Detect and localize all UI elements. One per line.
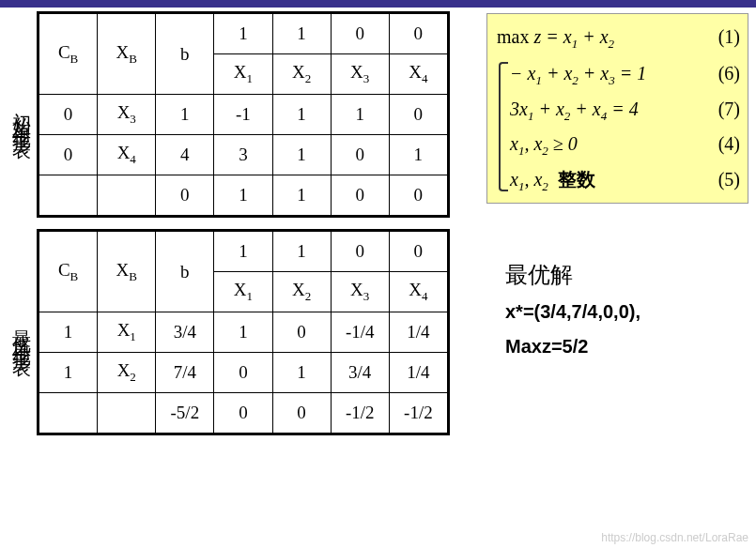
formula-number: (5) [718, 162, 740, 197]
cell: 3/4 [331, 353, 389, 393]
cell: 1/4 [389, 353, 448, 393]
cell: X2 [98, 353, 156, 393]
formula-text: x1, x2 整数 [510, 162, 595, 197]
table-row: CB XB b 1 1 0 0 [39, 231, 449, 272]
content: 初始单纯形表 CB XB b 1 1 0 0 X1 X2 X3 X4 [0, 8, 756, 450]
cell: X4 [389, 272, 448, 312]
initial-tableau: CB XB b 1 1 0 0 X1 X2 X3 X4 0 X3 1 [37, 11, 450, 218]
cell [39, 393, 98, 434]
cell: 0 [331, 231, 389, 272]
constraint-1: − x1 + x2 + x3 = 1 (6) [510, 56, 740, 91]
constraints-group: − x1 + x2 + x3 = 1 (6) 3x1 + x2 + x4 = 4… [497, 56, 740, 197]
cell [98, 175, 156, 217]
cell: 0 [389, 175, 448, 217]
cell: 7/4 [156, 353, 214, 393]
table-row: -5/2 0 0 -1/2 -1/2 [39, 393, 449, 434]
cell: -1 [214, 95, 272, 135]
cell: 1 [272, 231, 331, 272]
cb-header: CB [39, 13, 98, 95]
table-row: 0 1 1 0 0 [39, 175, 449, 217]
b-header: b [156, 231, 214, 312]
formula-number: (6) [718, 56, 740, 91]
b-header: b [156, 13, 214, 95]
cell: 0 [214, 353, 272, 393]
cell [98, 393, 156, 434]
cell: 1 [272, 353, 331, 393]
table-row: 1 X1 3/4 1 0 -1/4 1/4 [39, 312, 449, 353]
optimal-tableau-title: 最优单纯形表 [8, 229, 37, 435]
cell: X3 [331, 54, 389, 95]
formula-number: (1) [718, 20, 740, 54]
solution-z: Maxz=5/2 [505, 336, 748, 358]
solution-title: 最优解 [505, 260, 748, 290]
table-row: 0 X3 1 -1 1 1 0 [39, 95, 449, 135]
xb-header: XB [98, 231, 156, 312]
table-row: 1 X2 7/4 0 1 3/4 1/4 [39, 353, 449, 393]
cell: 0 [156, 175, 214, 217]
cell: 1 [214, 312, 272, 353]
cell: 0 [272, 312, 331, 353]
cell: -1/4 [331, 312, 389, 353]
cell: 0 [214, 393, 272, 434]
cell: 0 [389, 95, 448, 135]
constraint-2: 3x1 + x2 + x4 = 4 (7) [510, 92, 740, 127]
cell: 1 [214, 175, 272, 217]
solution-x: x*=(3/4,7/4,0,0), [505, 301, 748, 323]
watermark: https://blog.csdn.net/LoraRae [601, 531, 748, 544]
solution-block: 最优解 x*=(3/4,7/4,0,0), Maxz=5/2 [486, 260, 748, 358]
cell: 1 [272, 175, 331, 217]
cell: 0 [39, 95, 98, 135]
cell: 0 [331, 135, 389, 175]
cell: X4 [98, 135, 156, 175]
cb-header: CB [39, 231, 98, 312]
cell: 0 [331, 175, 389, 217]
cell: -1/2 [331, 393, 389, 434]
cell: 4 [156, 135, 214, 175]
objective-formula: max z = x1 + x2 (1) [497, 20, 740, 54]
left-column: 初始单纯形表 CB XB b 1 1 0 0 X1 X2 X3 X4 [8, 11, 468, 447]
cell: X4 [389, 54, 448, 95]
cell: 0 [389, 231, 448, 272]
formula-box: max z = x1 + x2 (1) − x1 + x2 + x3 = 1 (… [486, 13, 748, 204]
top-bar [0, 0, 756, 8]
cell: 1 [389, 135, 448, 175]
cell: X1 [214, 272, 272, 312]
constraint-3: x1, x2 ≥ 0 (4) [510, 127, 740, 161]
cell [39, 175, 98, 217]
cell: 0 [331, 13, 389, 54]
cell: 0 [272, 393, 331, 434]
formula-text: − x1 + x2 + x3 = 1 [510, 56, 646, 91]
cell: X2 [272, 272, 331, 312]
table-row: CB XB b 1 1 0 0 [39, 13, 449, 54]
cell: X1 [98, 312, 156, 353]
cell: X1 [214, 54, 272, 95]
formula-number: (7) [718, 92, 740, 127]
right-column: max z = x1 + x2 (1) − x1 + x2 + x3 = 1 (… [486, 11, 748, 447]
cell: 1 [39, 312, 98, 353]
cell: 1 [214, 231, 272, 272]
formula-text: 3x1 + x2 + x4 = 4 [510, 92, 639, 127]
cell: X3 [331, 272, 389, 312]
cell: X3 [98, 95, 156, 135]
initial-tableau-wrap: 初始单纯形表 CB XB b 1 1 0 0 X1 X2 X3 X4 [8, 11, 468, 218]
cell: 1 [331, 95, 389, 135]
cell: 3 [214, 135, 272, 175]
formula-text: x1, x2 ≥ 0 [510, 127, 578, 161]
xb-header: XB [98, 13, 156, 95]
constraint-4: x1, x2 整数 (5) [510, 162, 740, 197]
cell: 1 [214, 13, 272, 54]
cell: -1/2 [389, 393, 448, 434]
table-row: 0 X4 4 3 1 0 1 [39, 135, 449, 175]
cell: 3/4 [156, 312, 214, 353]
formula-text: max z = x1 + x2 [497, 20, 614, 54]
optimal-tableau-wrap: 最优单纯形表 CB XB b 1 1 0 0 X1 X2 X3 X4 [8, 229, 468, 435]
cell: 1 [272, 95, 331, 135]
optimal-tableau: CB XB b 1 1 0 0 X1 X2 X3 X4 1 X1 3 [37, 229, 450, 435]
cell: 1 [272, 13, 331, 54]
formula-number: (4) [718, 127, 740, 161]
cell: 1 [39, 353, 98, 393]
initial-tableau-title: 初始单纯形表 [8, 11, 37, 218]
cell: 1 [156, 95, 214, 135]
cell: 1 [272, 135, 331, 175]
cell: 1/4 [389, 312, 448, 353]
